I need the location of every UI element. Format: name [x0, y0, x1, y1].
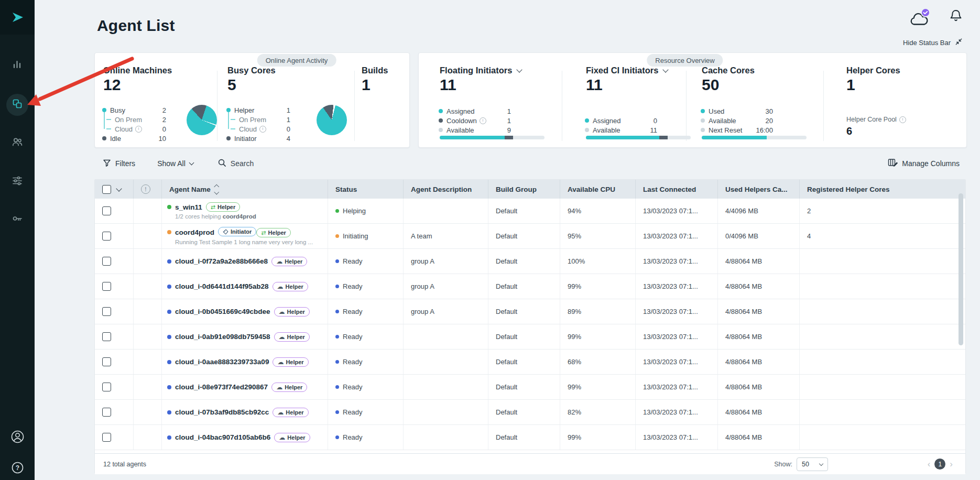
- row-checkbox[interactable]: [102, 282, 111, 291]
- available-cpu-cell: 89%: [560, 299, 636, 324]
- online-machines-value: 12: [103, 76, 121, 94]
- used-helpers-cell: 4/88064 MB: [718, 400, 800, 424]
- search-button[interactable]: Search: [217, 158, 254, 169]
- build-group-cell: Default: [488, 425, 560, 450]
- cache-cores-bar: [702, 136, 807, 139]
- hide-status-bar-button[interactable]: Hide Status Bar: [903, 38, 963, 47]
- row-checkbox[interactable]: [102, 357, 111, 366]
- row-checkbox[interactable]: [102, 433, 111, 442]
- avatar-icon: [10, 430, 25, 446]
- divider: [686, 71, 687, 141]
- used-helpers-cell: 0/4096 MB: [718, 224, 800, 248]
- available-cpu-cell: 99%: [560, 425, 636, 450]
- divider: [217, 71, 217, 141]
- last-connected-cell: 13/03/2023 07:1...: [636, 324, 718, 349]
- header-agent-name[interactable]: Agent Name: [162, 180, 328, 199]
- status-label: Ready: [343, 358, 363, 366]
- header-build-group[interactable]: Build Group: [488, 180, 560, 199]
- row-checkbox[interactable]: [102, 408, 111, 417]
- filters-button[interactable]: Filters: [103, 159, 135, 169]
- build-group-cell: Default: [488, 299, 560, 324]
- build-group-cell: Default: [488, 199, 560, 223]
- agent-name-cell: cloud_i-0d6441d144f95ab28 ☁Helper: [162, 274, 328, 299]
- agent-name-cell: cloud_i-0aae8883239733a09 ☁Helper: [162, 350, 328, 374]
- next-page-button[interactable]: ›: [950, 460, 953, 468]
- sidebar-item-users[interactable]: [0, 131, 35, 155]
- row-checkbox[interactable]: [102, 307, 111, 316]
- current-page-button[interactable]: 1: [934, 459, 945, 470]
- show-all-dropdown[interactable]: Show All: [157, 159, 193, 168]
- used-helpers-cell: 4/88064 MB: [718, 324, 800, 349]
- row-checkbox[interactable]: [102, 206, 111, 215]
- floating-initiators-bar: [440, 136, 545, 139]
- badge-cloud: ☁Helper: [274, 332, 310, 342]
- row-select-cell: [95, 350, 134, 374]
- used-helpers-cell: 4/88064 MB: [718, 350, 800, 374]
- table-row[interactable]: cloud_i-07b3af9db85cb92cc ☁Helper Ready …: [95, 400, 965, 425]
- busy-cores-legend: Helper1 On Prem1 Cloud0 Initiator4: [226, 105, 290, 143]
- table-row[interactable]: cloud_i-0b0451669c49cbdee ☁Helper Ready …: [95, 299, 965, 324]
- row-select-cell: [95, 400, 134, 424]
- cache-cores-value: 50: [702, 76, 719, 94]
- last-connected-cell: 13/03/2023 07:1...: [636, 400, 718, 424]
- build-group-cell: Default: [488, 224, 560, 248]
- exchange-arrows-icon: ⇄: [261, 230, 266, 236]
- table-row[interactable]: coord4prod Initiator⇄Helper Running Test…: [95, 224, 965, 249]
- used-helpers-cell: 4/88064 MB: [718, 425, 800, 450]
- cloud-icon: ☁: [279, 309, 285, 315]
- table-row[interactable]: cloud_i-08e973f74ed290867 ☁Helper Ready …: [95, 375, 965, 400]
- sort-icon[interactable]: [215, 185, 219, 193]
- activity-card-tab: Online Agent Activity: [257, 54, 336, 67]
- build-group-cell: Default: [488, 249, 560, 274]
- agents-table: ! Agent Name Status Agent Description Bu…: [94, 179, 966, 474]
- row-checkbox[interactable]: [102, 232, 111, 241]
- status-cell: Ready: [328, 375, 404, 399]
- agent-description-cell: [404, 350, 488, 374]
- row-checkbox[interactable]: [102, 332, 111, 341]
- agent-name: cloud_i-04bac907d105ab6b6: [175, 433, 270, 441]
- notifications-bell-icon[interactable]: [949, 8, 963, 26]
- app-logo-icon[interactable]: [0, 0, 35, 35]
- prev-page-button[interactable]: ‹: [928, 460, 931, 468]
- agent-name: cloud_i-0f72a9a2e88b666e8: [175, 257, 268, 265]
- header-used-helpers[interactable]: Used Helpers Ca...: [718, 180, 800, 199]
- table-row[interactable]: cloud_i-0ab91e098db759458 ☁Helper Ready …: [95, 324, 965, 350]
- header-available-cpu[interactable]: Available CPU: [560, 180, 636, 199]
- manage-columns-button[interactable]: Manage Columns: [888, 158, 960, 169]
- header-last-connected[interactable]: Last Connected: [636, 180, 718, 199]
- row-checkbox[interactable]: [102, 383, 111, 391]
- table-row[interactable]: cloud_i-04bac907d105ab6b6 ☁Helper Ready …: [95, 425, 965, 450]
- sidebar-item-license[interactable]: [0, 208, 35, 232]
- row-select-cell: [95, 199, 134, 223]
- select-all-checkbox[interactable]: [102, 185, 111, 194]
- sidebar-item-agents[interactable]: [0, 93, 35, 117]
- header-status[interactable]: Status: [328, 180, 404, 199]
- sidebar-item-account[interactable]: [0, 426, 35, 450]
- header-registered-helper-cores[interactable]: Registered Helper Cores: [800, 180, 965, 199]
- sidebar-item-help[interactable]: ?: [0, 456, 35, 480]
- last-connected-cell: 13/03/2023 07:1...: [636, 375, 718, 399]
- table-row[interactable]: cloud_i-0aae8883239733a09 ☁Helper Ready …: [95, 350, 965, 375]
- table-row[interactable]: s_win11 ⇄Helper 1/2 cores helping coord4…: [95, 199, 965, 224]
- fixed-ci-initiators-title[interactable]: Fixed CI Initiators: [586, 66, 668, 75]
- status-label: Ready: [343, 383, 363, 391]
- status-label: Ready: [343, 408, 363, 416]
- fixed-ci-initiators-value: 11: [586, 76, 603, 94]
- cloud-status-icon[interactable]: [908, 7, 932, 29]
- table-row[interactable]: cloud_i-0f72a9a2e88b666e8 ☁Helper Ready …: [95, 249, 965, 274]
- agent-name-cell: s_win11 ⇄Helper 1/2 cores helping coord4…: [162, 199, 328, 223]
- page-size-select[interactable]: 50: [797, 457, 828, 471]
- sidebar-item-settings[interactable]: [0, 170, 35, 194]
- floating-initiators-title[interactable]: Floating Initiators: [440, 66, 521, 75]
- vertical-scrollbar[interactable]: [959, 193, 963, 345]
- cache-cores-title: Cache Cores: [702, 66, 755, 75]
- table-footer: 12 total agents Show: 50 ‹ 1 ›: [95, 453, 965, 474]
- row-checkbox[interactable]: [102, 257, 111, 266]
- bulk-select-chevron-icon[interactable]: [116, 186, 122, 191]
- cloud-icon: ☁: [276, 258, 282, 265]
- status-cell: Initiating: [328, 224, 404, 248]
- table-row[interactable]: cloud_i-0d6441d144f95ab28 ☁Helper Ready …: [95, 274, 965, 299]
- header-agent-description[interactable]: Agent Description: [404, 180, 488, 199]
- sidebar-item-analytics[interactable]: [0, 53, 35, 78]
- helper-core-pool-label: Helper Core Pool: [846, 116, 906, 123]
